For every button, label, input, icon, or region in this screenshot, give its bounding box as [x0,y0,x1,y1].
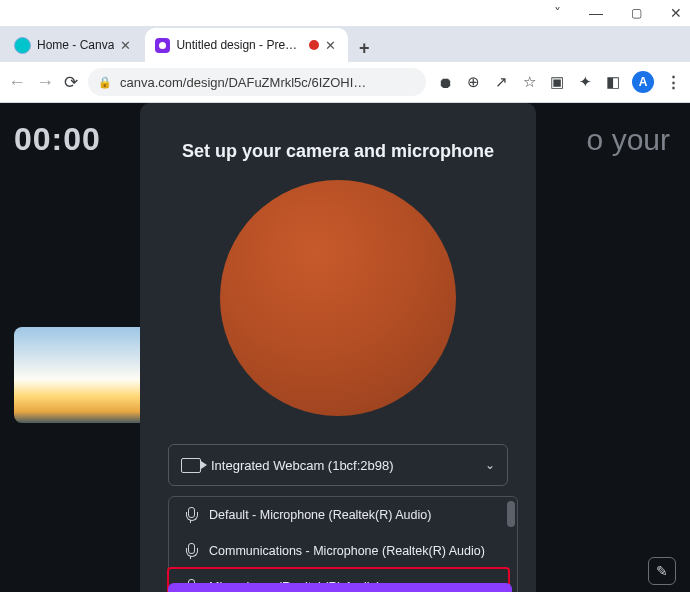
modal-footer-bar [168,583,512,592]
url-text: canva.com/design/DAFuZMrkl5c/6IZOHI… [120,75,366,90]
browser-tab-strip: Home - Canva ✕ Untitled design - Presen … [0,26,690,62]
tab-title: Untitled design - Presen [176,38,301,52]
app-viewport: 00:00 o your ✎ Set up your camera and mi… [0,103,690,592]
bookmark-star-icon[interactable]: ☆ [520,73,538,91]
window-maximize-button[interactable]: ▢ [631,6,642,20]
extension-icon[interactable]: ▣ [548,73,566,91]
mic-option-label: Default - Microphone (Realtek(R) Audio) [209,508,431,522]
modal-title: Set up your camera and microphone [140,141,536,162]
edit-notes-button[interactable]: ✎ [648,557,676,585]
camera-permission-icon[interactable]: ⏺ [436,74,454,91]
microphone-icon [183,507,199,523]
canva-favicon-icon [14,37,31,54]
window-minimize-button[interactable]: — [589,5,603,21]
microphone-dropdown: Default - Microphone (Realtek(R) Audio) … [168,496,518,592]
microphone-icon [183,543,199,559]
new-tab-button[interactable]: + [350,34,378,62]
camera-preview [220,180,456,416]
background-slide-text: o your [587,123,670,157]
window-dropdown-icon[interactable]: ˅ [554,5,561,21]
camera-select[interactable]: Integrated Webcam (1bcf:2b98) ⌄ [168,444,508,486]
share-icon[interactable]: ↗ [492,73,510,91]
extensions-puzzle-icon[interactable]: ✦ [576,73,594,91]
tab-title: Home - Canva [37,38,114,52]
presentation-favicon-icon [155,38,170,53]
lock-icon: 🔒 [98,76,112,89]
mic-option-default[interactable]: Default - Microphone (Realtek(R) Audio) [169,497,517,533]
back-button[interactable]: ← [8,72,26,93]
tab-close-button[interactable]: ✕ [120,38,131,53]
zoom-icon[interactable]: ⊕ [464,73,482,91]
browser-menu-button[interactable]: ⋮ [664,73,682,91]
browser-tab-home-canva[interactable]: Home - Canva ✕ [4,28,143,62]
forward-button[interactable]: → [36,72,54,93]
camera-icon [181,458,201,473]
browser-toolbar: ← → ⟳ 🔒 canva.com/design/DAFuZMrkl5c/6IZ… [0,62,690,103]
recording-timer: 00:00 [14,121,101,158]
tab-close-button[interactable]: ✕ [325,38,336,53]
mic-option-communications[interactable]: Communications - Microphone (Realtek(R) … [169,533,517,569]
camera-mic-setup-modal: Set up your camera and microphone Integr… [140,103,536,592]
mic-option-label: Communications - Microphone (Realtek(R) … [209,544,485,558]
camera-select-label: Integrated Webcam (1bcf:2b98) [211,458,394,473]
recording-indicator-icon [309,40,319,50]
profile-avatar[interactable]: A [632,71,654,93]
browser-tab-untitled-design[interactable]: Untitled design - Presen ✕ [145,28,348,62]
reload-button[interactable]: ⟳ [64,72,78,93]
sidepanel-icon[interactable]: ◧ [604,73,622,91]
chevron-down-icon: ⌄ [485,458,495,472]
window-close-button[interactable]: ✕ [670,5,682,21]
address-bar[interactable]: 🔒 canva.com/design/DAFuZMrkl5c/6IZOHI… [88,68,426,96]
window-titlebar: ˅ — ▢ ✕ [0,0,690,26]
slide-thumbnail[interactable] [14,327,156,423]
